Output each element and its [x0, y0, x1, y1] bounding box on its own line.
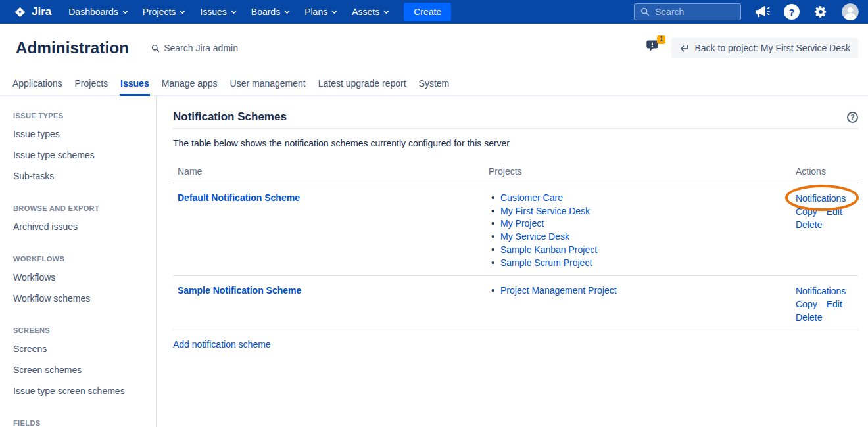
topnav-item-label: Projects [143, 7, 176, 17]
admin-tabs: ApplicationsProjectsIssuesManage appsUse… [0, 72, 868, 96]
action-line: Notifications [796, 284, 858, 298]
tab-issues[interactable]: Issues [120, 72, 150, 96]
gear-icon[interactable] [813, 5, 828, 19]
topnav-item-assets[interactable]: Assets [352, 7, 389, 17]
sidebar-section-title-fields: FIELDS [13, 419, 149, 427]
jira-logo[interactable]: Jira [13, 5, 51, 19]
delete-action-link[interactable]: Delete [796, 312, 822, 323]
chevron-down-icon [331, 10, 337, 14]
top-navbar: Jira DashboardsProjectsIssuesBoardsPlans… [0, 0, 868, 24]
scheme-name-cell: Default Notification Scheme [178, 192, 489, 269]
actions-cell: NotificationsCopyEditDelete [796, 192, 858, 269]
project-link-customer-care[interactable]: Customer Care [500, 192, 563, 203]
sidebar-item-archived-issues[interactable]: Archived issues [13, 217, 149, 238]
admin-search[interactable] [151, 43, 262, 53]
project-link-sample-scrum-project[interactable]: Sample Scrum Project [500, 258, 592, 268]
topnav-menu: DashboardsProjectsIssuesBoardsPlansAsset… [68, 7, 404, 17]
table-body: Default Notification SchemeCustomer Care… [173, 183, 858, 330]
topnav-item-boards[interactable]: Boards [251, 7, 290, 17]
table-header-row: Name Projects Actions [173, 166, 858, 183]
project-list-item: Sample Scrum Project [489, 257, 796, 270]
chevron-down-icon [180, 10, 185, 14]
notifications-action-link[interactable]: Notifications [796, 286, 846, 296]
add-row: Add notification scheme [173, 330, 858, 350]
page-body: ISSUE TYPESIssue typesIssue type schemes… [0, 96, 868, 427]
project-link-my-first-service-desk[interactable]: My First Service Desk [500, 206, 590, 216]
projects-cell: Project Management Project [489, 284, 796, 324]
sidebar-item-issue-type-screen-schemes[interactable]: Issue type screen schemes [13, 381, 149, 402]
global-search[interactable] [634, 3, 741, 20]
project-list-item: Customer Care [489, 192, 796, 205]
search-icon [640, 7, 650, 16]
delete-action-link[interactable]: Delete [796, 219, 822, 230]
chevron-down-icon [231, 10, 237, 14]
action-line: Delete [796, 311, 858, 324]
copy-action-link[interactable]: Copy [796, 299, 817, 309]
tab-user-management[interactable]: User management [229, 72, 306, 96]
admin-header-right: 1 Back to project: My First Service Desk [645, 38, 858, 58]
add-notification-scheme-link[interactable]: Add notification scheme [173, 339, 271, 349]
sidebar-item-issue-type-schemes[interactable]: Issue type schemes [13, 145, 149, 166]
admin-search-input[interactable] [164, 43, 262, 53]
sidebar-item-issue-types[interactable]: Issue types [13, 124, 149, 145]
help-icon[interactable]: ? [784, 4, 800, 20]
help-icon[interactable]: ? [847, 112, 858, 123]
tab-applications[interactable]: Applications [12, 72, 63, 96]
admin-header: Administration 1 Back to project: My Fi [0, 24, 868, 72]
table-row: Default Notification SchemeCustomer Care… [173, 183, 858, 276]
back-to-project-label: Back to project: My First Service Desk [694, 43, 850, 53]
sidebar-section-title-browse-and-export: BROWSE AND EXPORT [13, 204, 149, 212]
global-search-input[interactable] [655, 7, 731, 17]
sidebar: ISSUE TYPESIssue typesIssue type schemes… [0, 96, 157, 427]
sidebar-item-screen-schemes[interactable]: Screen schemes [13, 360, 149, 381]
tab-latest-upgrade-report[interactable]: Latest upgrade report [318, 72, 407, 96]
megaphone-icon[interactable] [755, 5, 770, 18]
create-button[interactable]: Create [404, 3, 451, 21]
project-link-my-project[interactable]: My Project [500, 218, 544, 229]
actions-cell: NotificationsCopyEditDelete [796, 284, 858, 324]
action-line: CopyEdit [796, 298, 858, 311]
project-link-my-service-desk[interactable]: My Service Desk [500, 231, 569, 242]
user-avatar[interactable] [842, 3, 859, 20]
scheme-name-cell: Sample Notification Scheme [178, 284, 489, 324]
table-row: Sample Notification SchemeProject Manage… [173, 276, 858, 330]
jira-logo-text: Jira [32, 5, 51, 18]
edit-action-link[interactable]: Edit [827, 299, 842, 309]
copy-action-link[interactable]: Copy [796, 206, 817, 217]
scheme-name-link-sample-notification-scheme[interactable]: Sample Notification Scheme [178, 285, 301, 296]
topnav-item-label: Issues [200, 7, 226, 17]
back-to-project-button[interactable]: Back to project: My First Service Desk [671, 38, 858, 58]
sidebar-section-title-screens: SCREENS [13, 326, 149, 334]
column-header-actions: Actions [796, 166, 858, 177]
tab-manage-apps[interactable]: Manage apps [161, 72, 218, 96]
edit-action-link[interactable]: Edit [827, 206, 842, 217]
project-link-project-management-project[interactable]: Project Management Project [500, 285, 617, 296]
action-line: Notifications [796, 192, 858, 205]
chevron-down-icon [383, 10, 389, 14]
topnav-item-issues[interactable]: Issues [200, 7, 236, 17]
scheme-name-link-default-notification-scheme[interactable]: Default Notification Scheme [178, 192, 300, 203]
topnav-item-dashboards[interactable]: Dashboards [68, 7, 128, 17]
topnav-item-projects[interactable]: Projects [143, 7, 186, 17]
sidebar-item-sub-tasks[interactable]: Sub-tasks [13, 166, 149, 187]
tab-system[interactable]: System [418, 72, 450, 96]
project-list-item: Project Management Project [489, 284, 796, 298]
main-heading-row: Notification Schemes ? [173, 110, 858, 129]
projects-cell: Customer CareMy First Service DeskMy Pro… [489, 192, 796, 269]
notifications-action-link[interactable]: Notifications [796, 193, 846, 204]
project-list-item: My Project [489, 217, 796, 231]
feedback-bubble-icon[interactable]: 1 [645, 39, 663, 56]
project-list-item: My First Service Desk [489, 205, 796, 218]
topnav-item-label: Assets [352, 7, 379, 17]
action-line: Delete [796, 218, 858, 231]
tab-projects[interactable]: Projects [74, 72, 109, 96]
sidebar-item-workflows[interactable]: Workflows [13, 267, 149, 288]
sidebar-item-screens[interactable]: Screens [13, 339, 149, 360]
project-link-sample-kanban-project[interactable]: Sample Kanban Project [500, 244, 597, 255]
topnav-item-plans[interactable]: Plans [304, 7, 337, 17]
topnav-right: ? [634, 3, 859, 20]
section-title: Notification Schemes [173, 110, 287, 124]
sidebar-item-workflow-schemes[interactable]: Workflow schemes [13, 288, 149, 309]
action-line: CopyEdit [796, 205, 858, 218]
project-list-item: My Service Desk [489, 231, 796, 244]
